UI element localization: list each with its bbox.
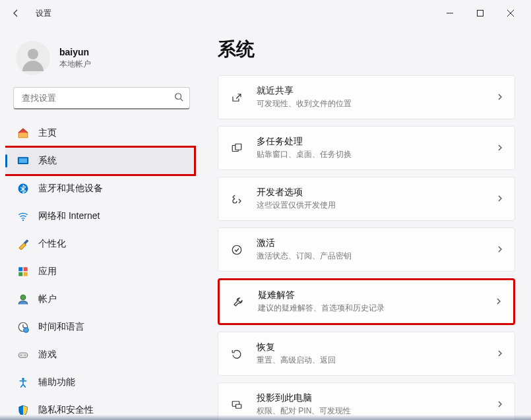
- search-input[interactable]: [13, 87, 190, 109]
- svg-point-20: [24, 355, 26, 356]
- card-subtitle: 重置、高级启动、返回: [257, 355, 484, 366]
- profile-type: 本地帐户: [59, 59, 91, 70]
- project-icon: [229, 397, 245, 413]
- maximize-button[interactable]: [465, 3, 495, 24]
- svg-rect-26: [236, 404, 241, 408]
- sidebar-item-label: 辅助功能: [38, 376, 75, 388]
- sidebar-item-network[interactable]: 网络和 Internet: [11, 203, 189, 229]
- sidebar-item-home[interactable]: 主页: [11, 120, 189, 146]
- sidebar-item-time[interactable]: 时间和语言: [11, 314, 189, 340]
- check-icon: [229, 242, 245, 258]
- apps-icon: [17, 266, 29, 278]
- svg-line-6: [181, 99, 183, 102]
- shield-icon: [17, 404, 29, 415]
- settings-card-recovery[interactable]: 恢复 重置、高级启动、返回: [218, 332, 515, 376]
- card-text: 激活 激活状态、订阅、产品密钥: [257, 237, 484, 262]
- svg-rect-23: [235, 144, 241, 150]
- sidebar-item-label: 系统: [38, 155, 57, 167]
- chevron-right-icon: [496, 142, 504, 154]
- sidebar-item-label: 蓝牙和其他设备: [38, 183, 103, 195]
- sidebar-item-label: 个性化: [38, 238, 66, 250]
- chevron-right-icon: [496, 399, 504, 411]
- card-text: 恢复 重置、高级启动、返回: [257, 342, 484, 366]
- chevron-right-icon: [496, 92, 504, 104]
- card-subtitle: 贴靠窗口、桌面、任务切换: [257, 149, 484, 160]
- card-text: 开发者选项 这些设置仅供开发使用: [257, 187, 484, 211]
- system-icon: [17, 155, 29, 167]
- wrench-icon: [230, 294, 246, 310]
- card-subtitle: 激活状态、订阅、产品密钥: [257, 251, 484, 262]
- sidebar-item-apps[interactable]: 应用: [11, 258, 189, 285]
- card-title: 投影到此电脑: [257, 392, 484, 404]
- sidebar-item-label: 游戏: [38, 349, 57, 361]
- sidebar-item-personalization[interactable]: 个性化: [11, 231, 189, 257]
- card-text: 投影到此电脑 权限、配对 PIN、可发现性: [257, 392, 484, 417]
- svg-rect-12: [24, 267, 28, 271]
- profile-block[interactable]: baiyun 本地帐户: [5, 32, 198, 87]
- sidebar-item-label: 隐私和安全性: [38, 404, 94, 415]
- card-subtitle: 可发现性、收到文件的位置: [257, 98, 484, 109]
- card-title: 激活: [257, 237, 484, 249]
- close-icon: [507, 10, 514, 16]
- svg-point-10: [22, 220, 24, 221]
- sidebar-item-bluetooth[interactable]: 蓝牙和其他设备: [11, 175, 189, 202]
- window-title: 设置: [36, 8, 51, 19]
- brush-icon: [17, 238, 29, 250]
- svg-rect-8: [19, 158, 27, 163]
- card-text: 多任务处理 贴靠窗口、桌面、任务切换: [257, 136, 484, 160]
- card-title: 就近共享: [257, 85, 484, 97]
- svg-point-4: [28, 49, 38, 59]
- sidebar-item-label: 时间和语言: [38, 321, 84, 333]
- avatar: [16, 41, 50, 75]
- account-icon: [17, 293, 29, 305]
- svg-rect-18: [18, 353, 28, 358]
- bluetooth-icon: [17, 183, 29, 195]
- svg-rect-1: [478, 11, 484, 16]
- sidebar: baiyun 本地帐户 主页 系统 蓝牙和其他设备 网络和 Internet 个…: [0, 26, 198, 420]
- clock-icon: [17, 321, 29, 333]
- back-button[interactable]: [5, 3, 26, 24]
- titlebar: 设置: [0, 0, 531, 26]
- sidebar-item-label: 帐户: [38, 293, 57, 305]
- svg-point-19: [20, 355, 22, 356]
- chevron-right-icon: [496, 244, 504, 256]
- svg-rect-14: [24, 272, 28, 276]
- settings-card-troubleshoot[interactable]: 疑难解答 建议的疑难解答、首选项和历史记录: [218, 278, 515, 325]
- accessibility-icon: [17, 376, 29, 388]
- settings-card-developers[interactable]: 开发者选项 这些设置仅供开发使用: [218, 177, 515, 221]
- profile-name: baiyun: [59, 47, 91, 57]
- body: baiyun 本地帐户 主页 系统 蓝牙和其他设备 网络和 Internet 个…: [0, 26, 531, 420]
- svg-rect-13: [18, 272, 22, 276]
- card-title: 多任务处理: [257, 136, 484, 148]
- taskbar-edge: [0, 415, 531, 420]
- back-arrow-icon: [11, 8, 21, 18]
- multitask-icon: [229, 140, 245, 156]
- sidebar-item-gaming[interactable]: 游戏: [11, 342, 189, 368]
- card-list: 就近共享 可发现性、收到文件的位置 多任务处理 贴靠窗口、桌面、任务切换 开发者…: [218, 75, 515, 420]
- recovery-icon: [229, 346, 245, 362]
- sidebar-item-system[interactable]: 系统: [5, 148, 194, 174]
- settings-card-nearby-share[interactable]: 就近共享 可发现性、收到文件的位置: [218, 75, 515, 119]
- card-subtitle: 这些设置仅供开发使用: [257, 200, 484, 211]
- sidebar-item-label: 网络和 Internet: [38, 210, 100, 222]
- minimize-button[interactable]: [435, 3, 465, 24]
- close-button[interactable]: [495, 3, 526, 24]
- card-text: 就近共享 可发现性、收到文件的位置: [257, 85, 484, 109]
- settings-card-activation[interactable]: 激活 激活状态、订阅、产品密钥: [218, 227, 515, 272]
- wifi-icon: [17, 210, 29, 222]
- person-icon: [20, 45, 46, 71]
- main-content[interactable]: 系统 就近共享 可发现性、收到文件的位置 多任务处理 贴靠窗口、桌面、任务切换 …: [198, 26, 531, 420]
- home-icon: [17, 127, 29, 139]
- sidebar-item-privacy[interactable]: 隐私和安全性: [11, 397, 189, 415]
- sidebar-item-accessibility[interactable]: 辅助功能: [11, 369, 189, 396]
- svg-point-5: [175, 94, 181, 100]
- svg-rect-11: [18, 267, 22, 271]
- chevron-right-icon: [495, 296, 503, 308]
- settings-card-multitask[interactable]: 多任务处理 贴靠窗口、桌面、任务切换: [218, 126, 515, 170]
- card-subtitle: 建议的疑难解答、首选项和历史记录: [258, 303, 483, 314]
- sidebar-item-label: 主页: [38, 127, 57, 139]
- sidebar-item-accounts[interactable]: 帐户: [11, 286, 189, 313]
- card-title: 恢复: [257, 342, 484, 353]
- card-title: 开发者选项: [257, 187, 484, 198]
- window-controls: [435, 3, 526, 24]
